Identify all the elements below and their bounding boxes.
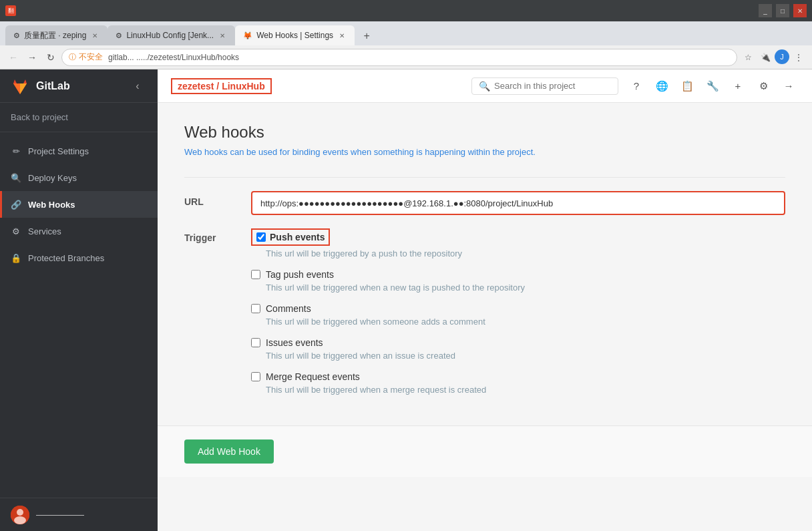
new-tab-button[interactable]: +	[357, 27, 376, 45]
comments-checkbox[interactable]	[251, 304, 260, 313]
issues-events-checkbox[interactable]	[251, 338, 260, 347]
push-events-checkbox[interactable]	[256, 232, 266, 242]
settings-icon: ✏	[11, 146, 21, 156]
wrench-icon[interactable]: 🔧	[702, 76, 723, 96]
page-description: Web hooks can be used for binding events…	[184, 147, 785, 157]
app: GitLab ‹ Back to project ✏ Project Setti…	[0, 69, 812, 531]
issues-header: Issues events	[251, 337, 785, 348]
merge-request-header: Merge Request events	[251, 371, 785, 382]
sidebar-item-deploy-keys[interactable]: 🔍 Deploy Keys	[0, 164, 158, 191]
issues-events-desc: This url will be triggered when an issue…	[266, 351, 785, 361]
sidebar-item-label-web-hooks: Web Hooks	[28, 200, 75, 210]
tab-1-title: 质量配置 · zeping	[24, 30, 86, 41]
forward-button[interactable]: →	[24, 49, 40, 65]
add-webhook-button[interactable]: Add Web Hook	[184, 439, 274, 464]
sidebar-header: GitLab ‹	[0, 69, 158, 103]
tab-2-title: LinuxHub Config [Jenk...	[126, 31, 214, 40]
trigger-option-merge-request: Merge Request events This url will be tr…	[251, 371, 785, 395]
tab-3-title: Web Hooks | Settings	[256, 31, 333, 40]
sidebar: GitLab ‹ Back to project ✏ Project Setti…	[0, 69, 158, 531]
comments-header: Comments	[251, 303, 785, 314]
footer-bar: Add Web Hook	[158, 425, 812, 477]
tab-3-favicon: 🦊	[243, 31, 252, 40]
back-to-project-label: Back to project	[11, 112, 68, 122]
sidebar-item-label-services: Services	[28, 226, 61, 236]
page-title: Web hooks	[184, 123, 785, 142]
globe-icon[interactable]: 🌐	[652, 76, 672, 96]
tag-push-events-checkbox[interactable]	[251, 270, 260, 279]
top-bar-icons: ? 🌐 📋 🔧 + ⚙ →	[626, 76, 799, 96]
tab-2[interactable]: ⚙ LinuxHub Config [Jenk... ✕	[108, 25, 235, 45]
more-button[interactable]: ⋮	[791, 49, 807, 65]
url-form-row: URL	[184, 191, 785, 215]
address-url: gitlab... ...../zezetest/LinuxHub/hooks	[108, 53, 239, 62]
merge-request-events-checkbox[interactable]	[251, 372, 260, 381]
tab-1[interactable]: ⚙ 质量配置 · zeping ✕	[5, 25, 108, 45]
trigger-option-push-events: Push events This url will be triggered b…	[251, 228, 785, 258]
window-controls: _ □ ✕	[759, 4, 807, 17]
security-icon: ⓘ	[69, 52, 76, 62]
back-button[interactable]: ←	[5, 49, 21, 65]
tab-3[interactable]: 🦊 Web Hooks | Settings ✕	[235, 25, 355, 45]
comments-label[interactable]: Comments	[266, 303, 311, 314]
gitlab-logo	[11, 77, 29, 96]
trigger-options: Push events This url will be triggered b…	[251, 228, 785, 405]
gitlab-name: GitLab	[36, 80, 70, 92]
web-hooks-icon: 🔗	[11, 200, 21, 210]
signout-icon[interactable]: →	[779, 76, 799, 96]
merge-request-events-desc: This url will be triggered when a merge …	[266, 385, 785, 395]
sidebar-user: ——————	[0, 498, 158, 531]
extensions-button[interactable]: 🔌	[757, 49, 773, 65]
sidebar-item-project-settings[interactable]: ✏ Project Settings	[0, 138, 158, 164]
search-input[interactable]	[494, 81, 611, 91]
user-name: ——————	[36, 510, 84, 520]
maximize-button[interactable]: □	[776, 4, 789, 17]
user-avatar-img	[11, 506, 29, 524]
issues-events-label[interactable]: Issues events	[266, 337, 323, 348]
divider	[184, 177, 785, 178]
sidebar-item-web-hooks[interactable]: 🔗 Web Hooks	[0, 191, 158, 218]
nav-bar: ← → ↻ ⓘ 不安全 gitlab... ...../zezetest/Lin…	[0, 45, 812, 69]
breadcrumb: zezetest / LinuxHub	[171, 78, 272, 94]
services-icon: ⚙	[11, 226, 21, 236]
merge-request-events-label[interactable]: Merge Request events	[266, 371, 360, 382]
search-icon: 🔍	[479, 81, 490, 92]
url-label: URL	[184, 191, 251, 207]
refresh-button[interactable]: ↻	[43, 49, 59, 65]
help-icon[interactable]: ?	[626, 76, 646, 96]
back-to-project-link[interactable]: Back to project	[0, 103, 158, 132]
gear-icon[interactable]: ⚙	[753, 76, 773, 96]
tag-push-header: Tag push events	[251, 269, 785, 280]
tab-2-close[interactable]: ✕	[218, 31, 227, 40]
plus-icon[interactable]: +	[728, 76, 748, 96]
content-area: Web hooks Web hooks can be used for bind…	[158, 103, 812, 425]
sidebar-item-services[interactable]: ⚙ Services	[0, 218, 158, 244]
breadcrumb-link[interactable]: zezetest / LinuxHub	[171, 78, 272, 94]
svg-point-1	[17, 509, 23, 516]
minimize-button[interactable]: _	[759, 4, 772, 17]
webhooks-link[interactable]: Web hooks	[184, 147, 228, 157]
page-desc-suffix: can be used for binding events when some…	[228, 147, 536, 157]
clipboard-icon[interactable]: 📋	[677, 76, 697, 96]
sidebar-item-label-project-settings: Project Settings	[28, 146, 89, 156]
tab-1-close[interactable]: ✕	[90, 31, 99, 40]
deploy-keys-icon: 🔍	[11, 173, 21, 183]
url-input[interactable]	[251, 191, 785, 215]
comments-desc: This url will be triggered when someone …	[266, 317, 785, 327]
sidebar-toggle-button[interactable]: ‹	[128, 77, 147, 96]
profile-button[interactable]: J	[775, 49, 789, 64]
push-events-label[interactable]: Push events	[270, 232, 325, 242]
sidebar-item-protected-branches[interactable]: 🔒 Protected Branches	[0, 244, 158, 271]
sidebar-item-label-deploy-keys: Deploy Keys	[28, 173, 77, 183]
address-bar[interactable]: ⓘ 不安全 gitlab... ...../zezetest/LinuxHub/…	[61, 49, 737, 66]
tab-3-close[interactable]: ✕	[337, 31, 347, 40]
search-box[interactable]: 🔍	[471, 77, 618, 95]
tag-push-events-label[interactable]: Tag push events	[266, 269, 334, 280]
push-events-highlight: Push events	[251, 228, 330, 246]
svg-point-2	[14, 516, 26, 524]
bookmark-star-button[interactable]: ☆	[740, 49, 756, 65]
trigger-option-comments: Comments This url will be triggered when…	[251, 303, 785, 327]
close-button[interactable]: ✕	[793, 4, 807, 17]
sidebar-item-label-protected-branches: Protected Branches	[28, 253, 104, 263]
protected-branches-icon: 🔒	[11, 253, 21, 263]
